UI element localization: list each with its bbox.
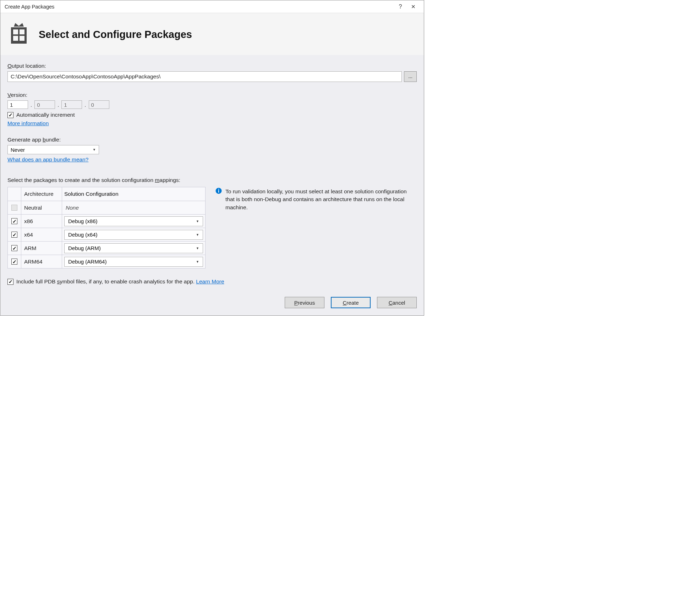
solution-config-select[interactable]: Debug (ARM)▼ (64, 243, 203, 253)
solution-config-select[interactable]: Debug (x86)▼ (64, 216, 203, 226)
svg-rect-3 (20, 29, 24, 34)
generate-bundle-value: Never (11, 147, 25, 153)
close-button[interactable]: ✕ (407, 4, 420, 10)
version-major-input[interactable] (7, 100, 28, 109)
header-architecture: Architecture (21, 187, 62, 201)
row-checkbox[interactable] (11, 245, 17, 251)
include-pdb-label: Include full PDB symbol files, if any, t… (16, 278, 224, 285)
architecture-cell: ARM64 (21, 255, 62, 268)
version-revision-input[interactable] (89, 100, 109, 109)
svg-rect-5 (20, 36, 24, 41)
auto-increment-label: Automatically increment (16, 112, 75, 118)
package-icon (7, 22, 30, 46)
chevron-down-icon: ▼ (93, 148, 96, 151)
header-banner: Select and Configure Packages (0, 13, 424, 55)
version-label: Version: (7, 92, 417, 98)
version-build-input[interactable] (61, 100, 82, 109)
config-cell: Debug (x86)▼ (62, 215, 205, 228)
table-row: ARMDebug (ARM)▼ (8, 241, 205, 255)
page-title: Select and Configure Packages (39, 29, 192, 40)
row-checkbox[interactable] (11, 218, 17, 224)
output-location-label: Output location: (7, 63, 417, 69)
solution-config-value: Debug (ARM64) (68, 259, 106, 265)
solution-config-value: Debug (ARM) (68, 245, 101, 251)
solution-config-value: Debug (x86) (68, 218, 98, 224)
architecture-cell: x86 (21, 215, 62, 228)
config-cell: Debug (ARM64)▼ (62, 255, 205, 268)
chevron-down-icon: ▼ (196, 220, 199, 223)
content-area: Output location: ... Version: . . . Auto… (0, 55, 424, 292)
output-location-input[interactable] (7, 71, 402, 82)
solution-config-value: None (64, 205, 79, 211)
cancel-button[interactable]: Cancel (377, 297, 417, 308)
auto-increment-checkbox[interactable] (7, 112, 13, 118)
include-pdb-checkbox[interactable] (7, 279, 13, 285)
more-information-link[interactable]: More information (7, 120, 49, 126)
chevron-down-icon: ▼ (196, 233, 199, 237)
solution-config-select[interactable]: Debug (ARM64)▼ (64, 257, 203, 267)
svg-marker-0 (14, 23, 24, 27)
row-checkbox (11, 205, 17, 211)
architecture-cell: Neutral (21, 201, 62, 214)
svg-point-8 (218, 189, 219, 189)
help-button[interactable]: ? (394, 4, 407, 10)
dialog-window: Create App Packages ? ✕ Select and Confi… (0, 0, 424, 316)
svg-rect-2 (13, 29, 18, 34)
config-cell: None (62, 201, 205, 214)
browse-button[interactable]: ... (404, 71, 417, 82)
config-cell: Debug (ARM)▼ (62, 242, 205, 255)
table-row: x64Debug (x64)▼ (8, 228, 205, 241)
solution-config-value: Debug (x64) (68, 232, 98, 238)
version-minor-input[interactable] (34, 100, 55, 109)
create-button[interactable]: Create (331, 297, 371, 308)
chevron-down-icon: ▼ (196, 260, 199, 264)
previous-button[interactable]: Previous (285, 297, 324, 308)
solution-config-select[interactable]: Debug (x64)▼ (64, 230, 203, 240)
header-solution-config: Solution Configuration (62, 187, 205, 201)
mappings-label: Select the packages to create and the so… (7, 177, 417, 183)
svg-rect-7 (218, 190, 219, 193)
window-title: Create App Packages (5, 4, 394, 10)
architecture-cell: x64 (21, 228, 62, 241)
chevron-down-icon: ▼ (196, 247, 199, 250)
titlebar: Create App Packages ? ✕ (0, 0, 424, 13)
table-header-row: Architecture Solution Configuration (8, 187, 205, 201)
row-checkbox[interactable] (11, 232, 17, 238)
bundle-help-link[interactable]: What does an app bundle mean? (7, 156, 88, 162)
table-row: NeutralNone (8, 201, 205, 214)
info-pane: To run validation locally, you must sele… (215, 187, 417, 211)
svg-rect-4 (13, 36, 18, 41)
config-cell: Debug (x64)▼ (62, 228, 205, 241)
architecture-cell: ARM (21, 242, 62, 255)
learn-more-link[interactable]: Learn More (196, 278, 224, 284)
table-row: ARM64Debug (ARM64)▼ (8, 255, 205, 268)
table-row: x86Debug (x86)▼ (8, 214, 205, 228)
generate-bundle-select[interactable]: Never ▼ (7, 145, 99, 154)
info-icon (215, 188, 222, 194)
info-text: To run validation locally, you must sele… (225, 188, 417, 211)
packages-table: Architecture Solution Configuration Neut… (7, 187, 206, 268)
generate-bundle-label: Generate app bundle: (7, 137, 417, 143)
row-checkbox[interactable] (11, 259, 17, 265)
footer: Previous Create Cancel (0, 292, 424, 315)
